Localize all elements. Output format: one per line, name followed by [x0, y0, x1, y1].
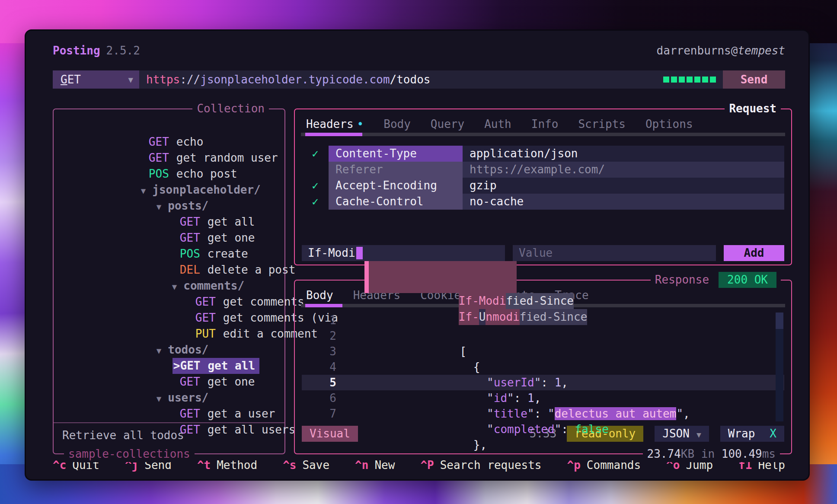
line-number: 6 — [302, 390, 336, 406]
code-line: 3 "userId": 1, — [302, 344, 784, 359]
tree-item-content: GETget a user — [180, 406, 275, 422]
tree-item-content: GETget all users — [180, 422, 295, 438]
header-enabled-check-icon[interactable]: ✓ — [302, 194, 329, 210]
add-header-button[interactable]: Add — [724, 245, 784, 261]
code-text: "completed": false — [351, 390, 609, 406]
footer-shortcut[interactable]: ^PSearch requests — [420, 459, 541, 472]
request-tab[interactable]: Query — [431, 115, 464, 133]
value-placeholder: Value — [519, 246, 553, 259]
header-row[interactable]: Referer https://example.com/ — [302, 162, 784, 178]
code-text: "userId": 1, — [351, 344, 568, 359]
header-value-cell: application/json — [463, 146, 784, 162]
tab-label: Body — [306, 289, 333, 302]
request-method: DEL — [180, 263, 200, 276]
request-tab[interactable]: Auth — [484, 115, 511, 133]
header-name-input[interactable]: If-Modi — [302, 245, 505, 261]
header-row[interactable]: ✓ Accept-Encoding gzip — [302, 178, 784, 194]
scrollbar[interactable] — [776, 313, 783, 421]
wrap-label: Wrap — [728, 427, 755, 440]
response-panel-title: Response — [655, 271, 709, 288]
footer-shortcut[interactable]: ^pCommands — [567, 459, 641, 472]
tree-item[interactable]: GETecho — [54, 118, 284, 134]
chevron-down-icon: ▼ — [128, 75, 133, 84]
code-token: : — [561, 423, 575, 436]
tree-item-content: >GETget all — [173, 358, 259, 374]
code-line: 5 "title": "delectus aut autem", — [302, 375, 784, 390]
footer-shortcut[interactable]: ^tMethod — [197, 459, 257, 472]
language-label: JSON — [662, 427, 690, 440]
title-bar: Posting2.5.2 darrenburns@tempest — [53, 42, 785, 59]
request-tab[interactable]: Scripts — [578, 115, 626, 133]
response-time-unit: ms — [762, 447, 776, 460]
header-enabled-check-icon[interactable]: ✓ — [302, 178, 329, 194]
tree-item-content: ▼comments/ — [172, 278, 244, 295]
url-host: jsonplaceholder.typicode.com — [200, 73, 390, 86]
tree-item-content: GETget one — [180, 230, 255, 246]
request-method: POS — [180, 247, 200, 260]
tree-item-label: jsonplaceholder/ — [152, 183, 260, 196]
tree-item-content: GETget random user — [149, 150, 278, 166]
collection-footer-label: sample-collections — [64, 446, 195, 462]
tree-item-label: get comments — [223, 295, 304, 308]
autocomplete-item[interactable]: If-Modified-Since — [369, 261, 517, 277]
code-token: completed — [494, 423, 555, 436]
send-button[interactable]: Send — [723, 70, 785, 89]
request-tabs: Headers•BodyQueryAuthInfoScriptsOptions — [302, 115, 784, 133]
shortcut-label: Save — [302, 459, 329, 472]
request-panel-title: Request — [725, 100, 781, 117]
method-select[interactable]: GET ▼ — [53, 70, 139, 89]
footer-shortcut[interactable]: ^nNew — [355, 459, 395, 472]
response-body-editor[interactable]: 1 [ 2 { 3 — [302, 313, 784, 421]
tab-label: Scripts — [578, 118, 626, 131]
url-input[interactable]: https://jsonplaceholder.typicode.com/tod… — [139, 70, 723, 89]
tab-label: Headers — [306, 118, 354, 131]
request-tab[interactable]: Info — [531, 115, 559, 133]
header-row[interactable]: ✓ Content-Type application/json — [302, 146, 784, 162]
code-token: " — [555, 423, 562, 436]
progress-block — [694, 77, 700, 83]
tab-label: Body — [383, 118, 411, 131]
request-method: GET — [149, 151, 169, 164]
scrollbar-thumb[interactable] — [776, 313, 783, 329]
app-name: Posting — [53, 44, 100, 57]
shortcut-key: ^P — [420, 459, 434, 472]
wrap-toggle[interactable]: WrapX — [720, 426, 784, 442]
collection-divider — [54, 422, 284, 423]
line-number: 3 — [302, 344, 336, 359]
headers-table: ✓ Content-Type application/json Referer … — [302, 146, 784, 210]
tree-item-content: GETecho — [149, 134, 204, 150]
footer-shortcut[interactable]: ^sSave — [283, 459, 329, 472]
wrap-x-indicator: X — [770, 427, 776, 440]
folder-expand-icon: ▼ — [157, 202, 161, 211]
tree-item-content: GETget comments — [195, 294, 304, 310]
header-enabled-check-icon[interactable]: ✓ — [302, 146, 329, 162]
autocomplete-token: fied-Since — [520, 309, 588, 325]
header-row[interactable]: ✓ Cache-Control no-cache — [302, 194, 784, 210]
header-value-input[interactable]: Value — [513, 245, 716, 261]
app-version: 2.5.2 — [106, 44, 140, 57]
tree-item-label: get all — [208, 359, 255, 372]
request-description: Retrieve all todos — [62, 427, 184, 443]
header-enabled-check-icon[interactable] — [302, 162, 329, 178]
url-bar: GET ▼ https://jsonplaceholder.typicode.c… — [53, 70, 785, 89]
request-tab[interactable]: Headers• — [306, 115, 364, 133]
language-select[interactable]: JSON▼ — [655, 426, 709, 442]
editor-mode-badge: Visual — [302, 426, 358, 442]
request-tab[interactable]: Options — [645, 115, 693, 133]
header-value-cell: no-cache — [463, 194, 784, 210]
response-tab[interactable]: Body — [306, 287, 333, 304]
autocomplete-item[interactable]: If-Unmodified-Since — [369, 277, 517, 293]
request-tab[interactable]: Body — [383, 115, 411, 133]
tree-item-content: POSecho post — [149, 166, 237, 182]
tree-item-label: get random user — [176, 151, 278, 164]
code-token: , — [683, 407, 690, 420]
code-text: "id": 1, — [351, 359, 541, 375]
chevron-down-icon: ▼ — [696, 430, 701, 439]
collection-panel-title: Collection — [192, 100, 269, 117]
tree-item-content: ▼jsonplaceholder/ — [141, 182, 261, 199]
code-token: false — [575, 423, 609, 436]
main-area: Collection sample-collections GETecho GE… — [53, 108, 785, 454]
url-scheme: https — [146, 73, 180, 86]
header-key-cell: Cache-Control — [329, 194, 463, 210]
request-method: GET — [195, 295, 216, 308]
